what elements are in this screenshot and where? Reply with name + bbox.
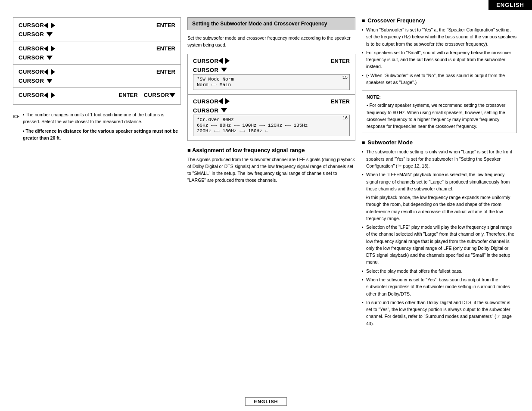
tri-left-icon-2 [44,46,48,52]
tri-right-icon-2 [51,46,55,52]
subwoofer-bullet-4: Selection of the "LFE" play mode will pl… [362,224,517,266]
assignment-section: ■ Assignment of low frequency signal ran… [187,147,355,184]
mid-cursor-section-1: CURSOR ENTER CURSOR 15 *SW Mode Norm Nor… [187,54,355,95]
mid-cursor-down-1: CURSOR [193,67,218,73]
section-title-box: Setting the Subwoofer Mode and Crossover… [187,17,355,30]
crossover-heading: Crossover Frequency [362,17,517,24]
mid-tri-left-2 [218,98,223,104]
tri-down-icon-2 [47,56,53,60]
tri-left-icon-4 [44,92,48,98]
screen-box-1: 15 *SW Mode Norm Norm ←→ Main [193,74,350,90]
cursor-down-label-2: CURSOR [19,54,44,61]
screen-line-1-1: *SW Mode Norm [197,77,346,82]
screen-num-1: 15 [342,75,348,80]
cursor-section-2: CURSOR ENTER CURSOR [13,41,181,65]
mid-enter-1: ENTER [331,58,350,64]
screen-line-2-3: 200Hz ←→ 180Hz ←→ 150Hz ← [197,128,346,134]
tri-right-icon-4 [51,92,55,98]
tri-right-icon-1 [51,22,55,28]
cursor-bottom-1: CURSOR [19,31,175,37]
mid-cursor-arrows-1 [218,58,230,64]
mid-tri-right-2 [225,98,230,104]
screen-line-2-1: *Cr.Over 80Hz [197,117,346,122]
cursor-bottom-3: CURSOR [19,78,175,84]
mid-tri-right-1 [225,58,230,64]
subwoofer-bullet-7: In surround modes other than Dolby Digit… [362,299,517,327]
cursor-arrows-2 [44,46,55,52]
note-line-1: • The number changes in units of 1 foot … [23,111,181,125]
mid-enter-2: ENTER [331,98,350,105]
mid-cursor-label-2: CURSOR [193,98,218,105]
note-line-2: • The difference in distance for the var… [23,128,181,142]
note-right-title: NOTE: [367,93,512,100]
english-banner: ENGLISH [488,0,532,10]
crossover-bullet-3: (• When "Subwoofer" is set to "No", the … [362,72,517,86]
tri-down-icon-4 [169,93,175,97]
note-content: • The number changes in units of 1 foot … [23,111,181,141]
subwoofer-bullet-5: Select the play mode that offers the ful… [362,268,517,274]
cursor-row-2: CURSOR ENTER [19,45,175,52]
middle-column: Setting the Subwoofer Mode and Crossover… [187,17,355,184]
tri-left-icon-1 [44,22,48,28]
mid-cursor-section-2: CURSOR ENTER CURSOR 16 *Cr.Over 80Hz 60H… [187,95,355,141]
cursor-label-4: CURSOR [19,92,44,98]
assignment-text: The signals produced from the subwoofer … [187,156,355,184]
cursor-down-label-4-inline: CURSOR [144,92,169,98]
tri-right-icon-3 [51,69,55,75]
mid-cursor-bottom-1: CURSOR [193,67,350,73]
bottom-english-label: ENGLISH [245,397,287,406]
tri-left-icon-3 [44,69,48,75]
mid-cursor-row-2: CURSOR ENTER [193,98,350,105]
cursor-arrows-4 [44,92,55,98]
cursor-label-3: CURSOR [19,68,44,75]
cursor-row-4: CURSOR ENTER CURSOR [19,92,175,98]
tri-down-icon-3 [47,79,53,83]
right-column: Crossover Frequency When "Subwoofer" is … [362,17,517,331]
cursor-label-2: CURSOR [19,45,44,52]
mid-cursor-arrows-2 [218,98,230,104]
tri-down-icon-1 [47,32,53,37]
enter-label-3: ENTER [156,68,175,75]
left-column: CURSOR ENTER CURSOR CURSOR ENTER CURSOR [13,17,181,141]
mid-cursor-down-2: CURSOR [193,107,218,114]
cursor-section-3: CURSOR ENTER CURSOR [13,64,181,88]
enter-label-2: ENTER [156,45,175,52]
pencil-icon: ✏ [13,112,19,121]
mid-tri-down-1 [221,68,227,72]
screen-num-2: 16 [342,116,348,121]
subwoofer-heading: Subwoofer Mode [362,139,517,146]
cursor-section-1: CURSOR ENTER CURSOR [13,17,181,41]
cursor-row-3: CURSOR ENTER [19,68,175,75]
crossover-bullet-1: When "Subwoofer" is set to "Yes" at the … [362,26,517,47]
enter-label-1: ENTER [156,22,175,28]
crossover-bullets: When "Subwoofer" is set to "Yes" at the … [362,26,517,86]
mid-cursor-row-1: CURSOR ENTER [193,58,350,64]
subwoofer-bullets: The subwoofer mode setting is only valid… [362,148,517,327]
screen-box-2: 16 *Cr.Over 80Hz 60Hz ←→ 80Hz ←→ 100Hz ←… [193,115,350,136]
note-right-box: NOTE: • For ordinary speaker systems, we… [362,90,517,133]
section-title-text: Setting the Subwoofer Mode and Crossover… [192,21,327,27]
crossover-bullet-2: For speakers set to "Small", sound with … [362,49,517,70]
cursor-label-1: CURSOR [19,22,44,28]
assignment-heading: ■ Assignment of low frequency signal ran… [187,147,355,153]
cursor-bottom-2: CURSOR [19,54,175,61]
mid-tri-down-2 [221,108,227,112]
cursor-arrows-3 [44,69,55,75]
subwoofer-bullet-1: The subwoofer mode setting is only valid… [362,148,517,169]
mid-intro-text: Set the subwoofer mode and crossover fre… [187,34,355,49]
cursor-down-label-3: CURSOR [19,78,44,84]
enter-label-4: ENTER [119,92,138,98]
mid-tri-left-1 [218,58,223,64]
mid-cursor-label-1: CURSOR [193,58,218,64]
note-right-text: • For ordinary speaker systems, we recom… [367,103,505,129]
subwoofer-bullet-2: When the "LFE+MAIN" playback mode is sel… [362,171,517,192]
cursor-row-1: CURSOR ENTER [19,22,175,28]
note-section: ✏ • The number changes in units of 1 foo… [13,111,181,141]
subwoofer-bullet-3: In this playback mode, the low frequency… [366,194,517,222]
cursor-section-4: CURSOR ENTER CURSOR [13,87,181,105]
mid-cursor-bottom-2: CURSOR [193,107,350,114]
subwoofer-bullet-6: When the subwoofer is set to "Yes", bass… [362,276,517,297]
cursor-arrows-1 [44,22,55,28]
cursor-down-label-1: CURSOR [19,31,44,37]
screen-line-1-2: Norm ←→ Main [197,82,346,87]
